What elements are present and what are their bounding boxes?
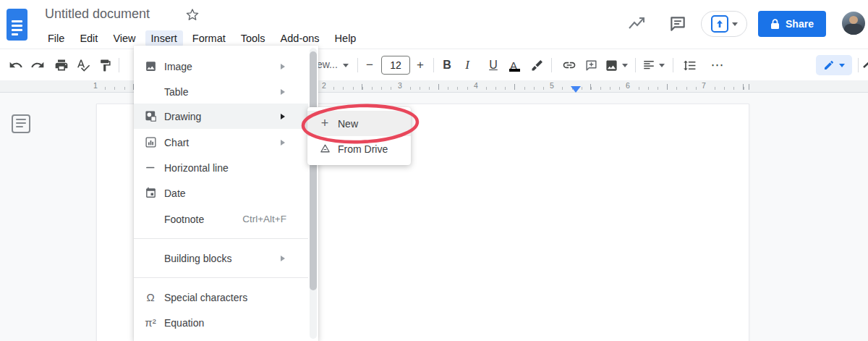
toolbar-divider	[357, 58, 358, 72]
shortcut-label: Ctrl+Alt+F	[242, 214, 286, 224]
ruler-end-tick	[749, 84, 749, 90]
omega-icon: Ω	[146, 291, 154, 303]
star-icon[interactable]	[185, 7, 200, 22]
menu-format[interactable]: Format	[187, 30, 231, 46]
font-size-increase-button[interactable]: +	[410, 54, 430, 77]
pencil-icon	[823, 59, 835, 71]
ruler-number: 3	[396, 81, 404, 90]
print-button[interactable]	[50, 54, 73, 77]
submenu-arrow-icon	[281, 140, 285, 146]
share-label: Share	[786, 18, 814, 30]
insert-link-button[interactable]	[558, 54, 581, 77]
menu-item-footnote[interactable]: Footnote Ctrl+Alt+F	[134, 206, 308, 232]
font-size-decrease-button[interactable]: −	[359, 54, 380, 77]
submenu-arrow-icon	[281, 64, 285, 70]
share-button[interactable]: Share	[758, 11, 826, 37]
font-family-caret-icon[interactable]	[343, 64, 349, 67]
editing-mode-caret-icon	[839, 64, 845, 67]
ruler-number: 5	[548, 81, 556, 90]
activity-icon[interactable]	[628, 16, 647, 32]
toolbar-divider	[551, 58, 552, 72]
hide-menus-icon[interactable]	[863, 59, 868, 69]
insert-image-caret-icon[interactable]	[622, 64, 628, 67]
menu-item-building-blocks[interactable]: Building blocks	[134, 245, 308, 271]
menu-item-horizontal-line[interactable]: Horizontal line	[134, 155, 308, 180]
toolbar-divider	[673, 58, 673, 72]
comment-icon[interactable]	[668, 14, 687, 33]
plus-icon: +	[321, 116, 329, 131]
menu-tools[interactable]: Tools	[235, 30, 271, 46]
toolbar: ew... − 12 + B I U A	[0, 50, 868, 80]
submenu-arrow-icon	[281, 256, 285, 261]
highlight-color-button[interactable]	[526, 54, 549, 77]
more-options-button[interactable]: ⋯	[706, 54, 729, 77]
font-family-select[interactable]: ew...	[317, 59, 338, 70]
calendar-icon	[143, 186, 158, 201]
menu-file[interactable]: File	[42, 30, 70, 46]
toolbar-divider	[119, 58, 119, 72]
menu-item-image[interactable]: Image	[134, 54, 308, 79]
ruler-number: 2	[320, 81, 328, 90]
toolbar-divider	[858, 58, 859, 72]
ruler-number: 4	[472, 81, 480, 90]
menu-edit[interactable]: Edit	[74, 30, 103, 46]
menu-item-table[interactable]: Table	[134, 79, 308, 104]
chart-icon	[143, 135, 158, 150]
align-caret-icon[interactable]	[659, 64, 665, 67]
equation-icon: π²	[145, 316, 156, 329]
present-icon	[711, 15, 728, 33]
document-title[interactable]: Untitled document	[45, 7, 150, 22]
toolbar-divider	[635, 58, 636, 72]
menu-insert[interactable]: Insert	[145, 30, 183, 46]
app-header: Untitled document File Edit View Insert …	[0, 0, 868, 49]
document-outline-icon[interactable]	[12, 114, 30, 133]
avatar-body	[844, 24, 863, 35]
insert-menu: Image Table Drawing	[134, 46, 318, 341]
align-button[interactable]	[639, 54, 658, 77]
submenu-arrow-icon	[281, 89, 285, 95]
document-canvas	[0, 93, 868, 341]
submenu-arrow-icon	[281, 114, 285, 119]
menu-item-equation[interactable]: π² Equation	[134, 310, 308, 335]
ruler-number: 7	[699, 81, 708, 90]
redo-button[interactable]	[26, 54, 49, 77]
toolbar-divider	[433, 58, 434, 72]
submenu-item-from-drive[interactable]: From Drive	[307, 136, 411, 161]
menu-item-drawing[interactable]: Drawing	[134, 104, 308, 129]
submenu-item-new[interactable]: + New	[307, 111, 411, 136]
text-color-button[interactable]: A	[502, 54, 525, 77]
menu-help[interactable]: Help	[329, 30, 362, 46]
line-spacing-button[interactable]	[678, 54, 701, 77]
lock-icon	[770, 19, 780, 30]
menu-divider	[134, 238, 308, 239]
present-button[interactable]	[701, 11, 747, 37]
horizontal-line-icon	[143, 161, 158, 175]
ruler: 1 2 3 4 5 6 7	[0, 80, 868, 93]
menu-item-special-characters[interactable]: Ω Special characters	[134, 285, 308, 310]
menu-item-chart[interactable]: Chart	[134, 130, 308, 155]
menu-scrollbar-thumb[interactable]	[310, 51, 317, 290]
undo-button[interactable]	[4, 54, 27, 77]
avatar[interactable]	[842, 12, 865, 35]
menu-item-date[interactable]: Date	[134, 180, 308, 206]
ruler-number: 6	[624, 81, 632, 90]
ruler-number: 1	[91, 81, 100, 90]
menu-divider	[134, 277, 308, 278]
drawing-icon	[143, 109, 158, 124]
insert-image-button[interactable]	[602, 54, 621, 77]
text-color-swatch	[509, 69, 520, 72]
avatar-face	[849, 16, 858, 24]
google-docs-logo-icon[interactable]	[7, 9, 27, 41]
italic-button[interactable]: I	[456, 54, 479, 77]
add-comment-button[interactable]	[579, 54, 603, 77]
paint-format-button[interactable]	[93, 54, 116, 77]
indent-marker[interactable]	[571, 86, 581, 93]
menu-addons[interactable]: Add-ons	[275, 30, 326, 46]
drive-icon	[318, 142, 332, 156]
font-size-input[interactable]: 12	[381, 56, 410, 75]
spellcheck-button[interactable]	[72, 54, 95, 77]
editing-mode-button[interactable]	[816, 55, 852, 75]
image-icon	[143, 59, 158, 74]
menu-view[interactable]: View	[107, 30, 141, 46]
drawing-submenu: + New From Drive	[307, 107, 411, 165]
